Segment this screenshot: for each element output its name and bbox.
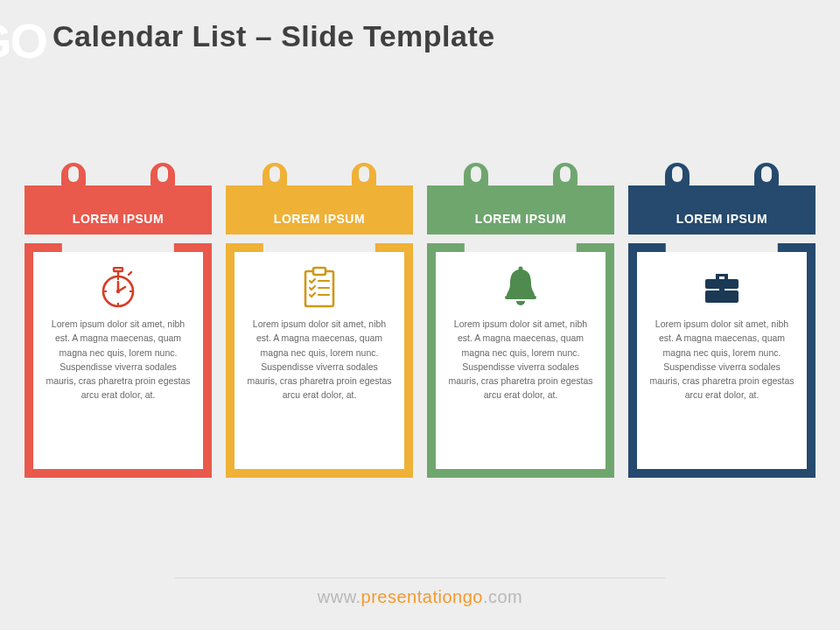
card-description: Lorem ipsum dolor sit amet, nibh est. A … <box>648 317 796 402</box>
card-header: LOREM IPSUM <box>628 173 816 234</box>
calendar-card: LOREM IPSUM Lorem ipsum dolor sit amet, … <box>427 173 614 478</box>
svg-rect-0 <box>114 268 122 271</box>
card-inner: Lorem ipsum dolor sit amet, nibh est. A … <box>33 252 203 469</box>
binder-ring-icon <box>464 163 488 192</box>
card-description: Lorem ipsum dolor sit amet, nibh est. A … <box>44 317 192 402</box>
binder-ring-icon <box>61 163 86 192</box>
calendar-card: LOREM IPSUM <box>24 173 212 478</box>
frame-notch <box>263 243 375 252</box>
checklist-icon <box>300 264 339 312</box>
card-inner: Lorem ipsum dolor sit amet, nibh est. A … <box>436 252 606 469</box>
footer-brand: presentationgo <box>361 587 483 606</box>
stopwatch-icon <box>97 264 139 312</box>
binder-ring-icon <box>754 163 779 192</box>
card-body-frame: Lorem ipsum dolor sit amet, nibh est. A … <box>226 243 413 478</box>
logo-fragment: GO <box>0 12 46 69</box>
card-body-frame: Lorem ipsum dolor sit amet, nibh est. A … <box>427 243 614 478</box>
slide-title: Calendar List – Slide Template <box>52 19 495 53</box>
card-body-frame: Lorem ipsum dolor sit amet, nibh est. A … <box>24 243 212 478</box>
footer-url: www.presentationgo.com <box>0 587 840 607</box>
footer-www: www. <box>318 587 361 606</box>
bell-icon <box>500 264 541 312</box>
svg-point-17 <box>519 267 523 271</box>
binder-ring-icon <box>665 163 690 192</box>
calendar-card: LOREM IPSUM <box>226 173 413 478</box>
calendar-card: LOREM IPSUM Lorem ipsum dolor sit amet, … <box>628 173 816 478</box>
card-header-bg <box>427 186 614 234</box>
card-body-frame: Lorem ipsum dolor sit amet, nibh est. A … <box>628 243 816 478</box>
card-label: LOREM IPSUM <box>676 212 767 226</box>
card-inner: Lorem ipsum dolor sit amet, nibh est. A … <box>234 252 404 469</box>
briefcase-icon <box>700 264 744 312</box>
svg-line-2 <box>129 272 131 275</box>
card-header-bg <box>628 186 816 234</box>
card-header-bg <box>24 186 212 234</box>
footer-tld: .com <box>483 587 522 606</box>
card-header: LOREM IPSUM <box>226 173 413 234</box>
footer: www.presentationgo.com <box>0 578 840 607</box>
svg-rect-16 <box>505 296 536 299</box>
svg-rect-20 <box>719 287 724 293</box>
card-header: LOREM IPSUM <box>24 173 212 234</box>
card-header-bg <box>226 186 413 234</box>
cards-row: LOREM IPSUM <box>24 173 816 478</box>
card-label: LOREM IPSUM <box>73 212 164 226</box>
card-label: LOREM IPSUM <box>475 212 566 226</box>
card-label: LOREM IPSUM <box>274 212 365 226</box>
card-description: Lorem ipsum dolor sit amet, nibh est. A … <box>446 317 595 402</box>
binder-ring-icon <box>150 163 175 192</box>
frame-notch <box>62 243 174 252</box>
card-inner: Lorem ipsum dolor sit amet, nibh est. A … <box>637 252 807 469</box>
card-header: LOREM IPSUM <box>427 173 614 234</box>
slide: GO Calendar List – Slide Template LOREM … <box>0 0 840 630</box>
binder-ring-icon <box>553 163 578 192</box>
frame-notch <box>465 243 577 252</box>
binder-ring-icon <box>262 163 287 192</box>
binder-ring-icon <box>352 163 376 192</box>
svg-rect-12 <box>313 268 326 275</box>
footer-divider <box>175 578 665 578</box>
frame-notch <box>666 243 778 252</box>
card-description: Lorem ipsum dolor sit amet, nibh est. A … <box>245 317 394 402</box>
